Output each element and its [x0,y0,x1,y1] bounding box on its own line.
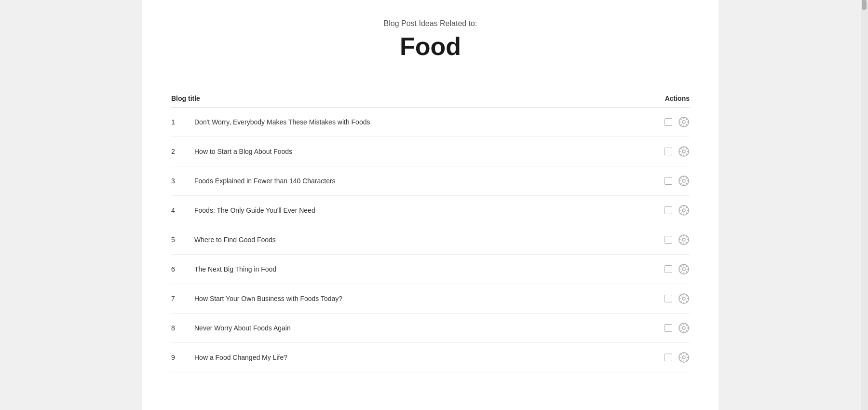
svg-line-19 [680,154,681,155]
row-title: How a Food Changed My Life? [194,354,287,361]
svg-line-77 [686,330,687,331]
right-sidebar [719,0,861,410]
row-title: The Next Big Thing in Food [194,265,276,273]
row-number: 8 [171,324,181,332]
svg-line-46 [680,236,681,237]
svg-line-78 [686,325,687,326]
column-blog-title: Blog title [171,95,200,102]
row-left: 3 Foods Explained in Fewer than 140 Char… [171,177,336,185]
row-number: 1 [171,118,181,126]
svg-line-79 [680,330,681,331]
row-actions [651,293,690,304]
svg-line-69 [680,301,681,302]
row-actions [651,116,690,128]
svg-line-28 [686,178,687,178]
row-checkbox[interactable] [665,265,672,273]
row-actions [651,263,690,275]
svg-line-68 [686,295,687,296]
page-subtitle: Blog Post Ideas Related to: [171,19,690,28]
svg-line-18 [686,148,687,149]
svg-point-81 [682,356,685,359]
svg-line-87 [686,360,687,361]
svg-line-29 [680,183,681,184]
svg-line-66 [680,295,681,296]
column-actions: Actions [651,95,690,102]
row-title: Never Worry About Foods Again [194,324,291,332]
svg-line-7 [686,124,687,125]
row-checkbox[interactable] [665,236,672,244]
row-left: 4 Foods: The Only Guide You'll Ever Need [171,206,315,214]
scrollbar[interactable] [861,0,868,410]
row-actions [651,175,690,187]
svg-line-58 [686,266,687,267]
gear-icon[interactable] [678,263,690,275]
row-number: 3 [171,177,181,185]
gear-icon[interactable] [678,322,690,334]
row-left: 2 How to Start a Blog About Foods [171,148,292,155]
svg-line-38 [686,207,687,208]
svg-line-59 [680,272,681,273]
svg-line-37 [686,213,687,214]
svg-line-86 [680,354,681,355]
row-number: 5 [171,236,181,244]
row-title: Don't Worry, Everybody Makes These Mista… [194,118,370,126]
svg-point-61 [682,297,685,300]
svg-line-6 [680,119,681,120]
svg-line-39 [680,213,681,214]
table-row: 4 Foods: The Only Guide You'll Ever Need [171,196,690,225]
svg-line-48 [686,236,687,237]
scrollbar-thumb[interactable] [862,0,867,10]
gear-icon[interactable] [678,234,690,246]
row-checkbox[interactable] [665,354,672,361]
svg-line-56 [680,266,681,267]
row-actions [651,146,690,157]
row-number: 6 [171,265,181,273]
table-container: Blog title Actions 1 Don't Worry, Everyb… [171,90,690,372]
row-checkbox[interactable] [665,148,672,155]
row-title: How to Start a Blog About Foods [194,148,292,155]
row-checkbox[interactable] [665,177,672,185]
svg-point-41 [682,238,685,241]
row-actions [651,205,690,216]
gear-icon[interactable] [678,352,690,363]
row-checkbox[interactable] [665,324,672,332]
row-title: Foods Explained in Fewer than 140 Charac… [194,177,336,185]
svg-line-27 [686,183,687,184]
page-title: Food [171,32,690,61]
svg-line-36 [680,207,681,208]
row-checkbox[interactable] [665,206,672,214]
row-actions [651,322,690,334]
row-left: 6 The Next Big Thing in Food [171,265,276,273]
svg-line-17 [686,154,687,155]
main-content: Blog Post Ideas Related to: Food Blog ti… [142,0,719,410]
row-checkbox[interactable] [665,118,672,126]
table-row: 5 Where to Find Good Foods [171,225,690,255]
gear-icon[interactable] [678,146,690,157]
svg-point-31 [682,209,685,212]
table-row: 2 How to Start a Blog About Foods [171,137,690,166]
gear-icon[interactable] [678,293,690,304]
gear-icon[interactable] [678,116,690,128]
svg-line-49 [680,242,681,243]
row-left: 1 Don't Worry, Everybody Makes These Mis… [171,118,370,126]
svg-line-57 [686,272,687,273]
table-rows: 1 Don't Worry, Everybody Makes These Mis… [171,108,690,372]
row-left: 5 Where to Find Good Foods [171,236,276,244]
row-number: 7 [171,295,181,302]
gear-icon[interactable] [678,205,690,216]
svg-point-11 [682,150,685,153]
row-checkbox[interactable] [665,295,672,302]
row-title: Where to Find Good Foods [194,236,276,244]
gear-icon[interactable] [678,175,690,187]
table-row: 6 The Next Big Thing in Food [171,255,690,284]
svg-line-89 [680,360,681,361]
table-row: 3 Foods Explained in Fewer than 140 Char… [171,166,690,196]
svg-point-21 [682,179,685,182]
row-actions [651,234,690,246]
row-number: 2 [171,148,181,155]
table-row: 8 Never Worry About Foods Again [171,314,690,343]
left-sidebar [0,0,142,410]
svg-line-88 [686,354,687,355]
svg-line-8 [686,119,687,120]
row-left: 8 Never Worry About Foods Again [171,324,291,332]
